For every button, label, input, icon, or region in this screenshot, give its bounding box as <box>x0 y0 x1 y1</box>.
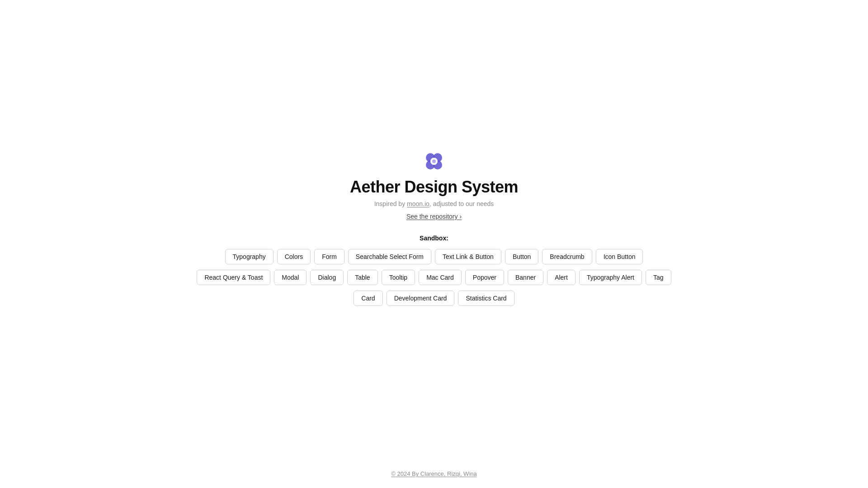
sandbox-btn-modal[interactable]: Modal <box>274 270 307 285</box>
button-rows: TypographyColorsFormSearchable Select Fo… <box>197 249 671 306</box>
sandbox-label: Sandbox: <box>420 235 448 242</box>
hero-section: Aether Design System Inspired by moon.io… <box>350 150 518 220</box>
page-title: Aether Design System <box>350 178 518 197</box>
sandbox-btn-statistics-card[interactable]: Statistics Card <box>458 291 514 306</box>
sandbox-btn-typography-alert[interactable]: Typography Alert <box>579 270 642 285</box>
footer: © 2024 By Clarence, Rizqi, Wina <box>0 456 868 488</box>
subtitle: Inspired by moon.io, adjusted to our nee… <box>374 200 494 207</box>
sandbox-btn-banner[interactable]: Banner <box>508 270 543 285</box>
sandbox-btn-icon-button[interactable]: Icon Button <box>596 249 643 264</box>
svg-point-5 <box>432 160 436 163</box>
sandbox-btn-button[interactable]: Button <box>505 249 538 264</box>
sandbox-btn-tooltip[interactable]: Tooltip <box>382 270 415 285</box>
sandbox-btn-text-link-and-button[interactable]: Text Link & Button <box>435 249 501 264</box>
sandbox-section: Sandbox: TypographyColorsFormSearchable … <box>197 235 671 306</box>
sandbox-btn-alert[interactable]: Alert <box>547 270 576 285</box>
sandbox-btn-popover[interactable]: Popover <box>465 270 504 285</box>
logo-icon <box>423 150 445 172</box>
button-row-0: TypographyColorsFormSearchable Select Fo… <box>225 249 643 264</box>
sandbox-btn-card[interactable]: Card <box>354 291 382 306</box>
sandbox-btn-react-query-and-toast[interactable]: React Query & Toast <box>197 270 270 285</box>
button-row-2: CardDevelopment CardStatistics Card <box>354 291 514 306</box>
sandbox-btn-breadcrumb[interactable]: Breadcrumb <box>542 249 592 264</box>
sandbox-btn-table[interactable]: Table <box>347 270 377 285</box>
sandbox-btn-colors[interactable]: Colors <box>277 249 311 264</box>
sandbox-btn-mac-card[interactable]: Mac Card <box>419 270 462 285</box>
sandbox-btn-development-card[interactable]: Development Card <box>387 291 455 306</box>
button-row-1: React Query & ToastModalDialogTableToolt… <box>197 270 671 285</box>
sandbox-btn-searchable-select-form[interactable]: Searchable Select Form <box>348 249 431 264</box>
sandbox-btn-form[interactable]: Form <box>314 249 344 264</box>
footer-text: © 2024 By Clarence, Rizqi, Wina <box>391 470 477 477</box>
repo-link[interactable]: See the repository › <box>406 213 462 220</box>
sandbox-btn-dialog[interactable]: Dialog <box>310 270 344 285</box>
sandbox-btn-typography[interactable]: Typography <box>225 249 274 264</box>
sandbox-btn-tag[interactable]: Tag <box>646 270 671 285</box>
